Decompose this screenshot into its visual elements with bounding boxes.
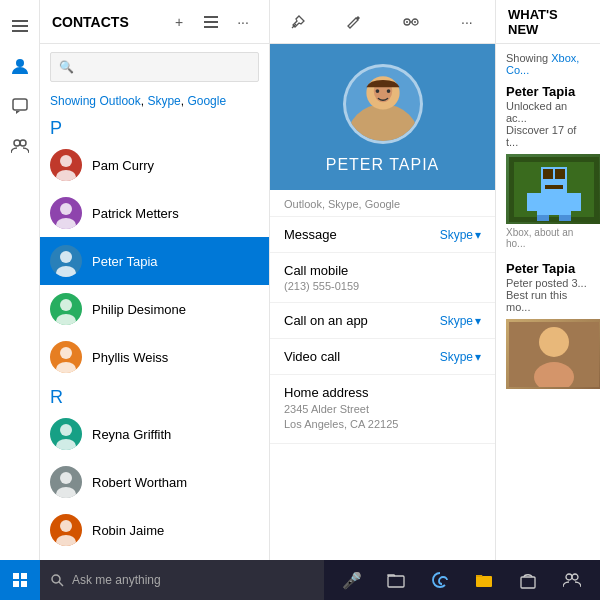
contact-name-pam: Pam Curry (92, 158, 154, 173)
mic-icon[interactable]: 🎤 (332, 560, 372, 600)
avatar-robert (50, 466, 82, 498)
svg-point-14 (56, 218, 76, 229)
header-icons: + ··· (165, 8, 257, 36)
action-message[interactable]: Message Skype ▾ (270, 217, 495, 253)
call-app-service: Skype ▾ (440, 314, 481, 328)
contact-robin[interactable]: Robin Jaime (40, 506, 269, 554)
svg-rect-44 (537, 193, 571, 215)
google-filter[interactable]: Google (187, 94, 226, 108)
detail-panel: ··· PETER TAPIA Outlook, Skype, Google (270, 0, 495, 600)
contact-phyllis[interactable]: Phyllis Weiss (40, 333, 269, 381)
avatar-peter (50, 245, 82, 277)
alpha-r: R (40, 381, 269, 410)
contact-name-peter: Peter Tapia (92, 254, 158, 269)
svg-rect-9 (204, 21, 218, 23)
add-contact-button[interactable]: + (165, 8, 193, 36)
chevron-down-icon-2: ▾ (475, 314, 481, 328)
svg-point-50 (539, 327, 569, 357)
store-icon[interactable] (508, 560, 548, 600)
svg-rect-0 (12, 20, 28, 22)
contact-pam[interactable]: Pam Curry (40, 141, 269, 189)
news-item-0-text: Unlocked an ac...Discover 17 of t... (506, 100, 590, 148)
contact-name-patrick: Patrick Metters (92, 206, 179, 221)
contact-reyna[interactable]: Reyna Griffith (40, 410, 269, 458)
svg-point-36 (375, 89, 379, 93)
taskbar-search[interactable]: Ask me anything (40, 560, 324, 600)
people-icon[interactable] (2, 48, 38, 84)
avatar-reyna (50, 418, 82, 450)
contact-peter[interactable]: Peter Tapia (40, 237, 269, 285)
news-thumb-1 (506, 319, 600, 389)
svg-rect-52 (13, 573, 19, 579)
search-icon: 🔍 (59, 60, 74, 74)
call-app-label: Call on an app (284, 313, 368, 328)
file-explorer-icon[interactable] (376, 560, 416, 600)
svg-point-18 (56, 314, 76, 325)
list-view-button[interactable] (197, 8, 225, 36)
svg-point-3 (16, 59, 24, 67)
contacts-panel: CONTACTS + ··· 🔍 Showing Outlook, Skype,… (40, 0, 270, 600)
contacts-list: P Pam Curry Patrick Metters Peter Tapia (40, 112, 269, 600)
contacts-header: CONTACTS + ··· (40, 0, 269, 44)
action-call-app[interactable]: Call on an app Skype ▾ (270, 303, 495, 339)
svg-rect-4 (13, 99, 27, 110)
outlook-filter[interactable]: Outlook (99, 94, 140, 108)
svg-rect-46 (571, 193, 581, 211)
group-icon[interactable] (2, 128, 38, 164)
news-filter-sources[interactable]: Xbox, Co... (506, 52, 579, 76)
start-button[interactable] (0, 560, 40, 600)
contact-patrick[interactable]: Patrick Metters (40, 189, 269, 237)
home-address-label: Home address (284, 385, 369, 400)
pin-icon[interactable] (282, 6, 314, 38)
svg-point-62 (572, 574, 578, 580)
skype-filter[interactable]: Skype (147, 94, 180, 108)
folder-icon[interactable] (464, 560, 504, 600)
svg-point-11 (60, 155, 72, 167)
hero-avatar (343, 64, 423, 144)
action-home-address[interactable]: Home address 2345 Alder StreetLos Angele… (270, 375, 495, 444)
message-service: Skype ▾ (440, 228, 481, 242)
more-options-button[interactable]: ··· (229, 8, 257, 36)
search-bar[interactable]: 🔍 (50, 52, 259, 82)
svg-rect-48 (559, 215, 571, 221)
svg-rect-42 (555, 169, 565, 179)
svg-rect-53 (21, 573, 27, 579)
svg-rect-43 (545, 185, 563, 189)
svg-point-24 (56, 487, 76, 498)
detail-hero: PETER TAPIA (270, 44, 495, 190)
svg-point-12 (56, 170, 76, 181)
contact-robert[interactable]: Robert Wortham (40, 458, 269, 506)
svg-point-56 (52, 575, 60, 583)
call-mobile-number: (213) 555-0159 (284, 280, 481, 292)
svg-rect-55 (21, 581, 27, 587)
svg-point-6 (20, 140, 26, 146)
svg-point-37 (386, 89, 390, 93)
edit-icon[interactable] (338, 6, 370, 38)
link-icon[interactable] (395, 6, 427, 38)
edge-icon[interactable] (420, 560, 460, 600)
contacts-title: CONTACTS (52, 14, 157, 30)
svg-point-17 (60, 299, 72, 311)
svg-point-33 (346, 104, 420, 144)
contact-philip[interactable]: Philip Desimone (40, 285, 269, 333)
chat-icon[interactable] (2, 88, 38, 124)
news-body: Showing Xbox, Co... Peter Tapia Unlocked… (496, 44, 600, 409)
contact-name-phyllis: Phyllis Weiss (92, 350, 168, 365)
svg-point-16 (56, 266, 76, 277)
svg-point-13 (60, 203, 72, 215)
taskbar: Ask me anything 🎤 (0, 560, 600, 600)
chevron-down-icon-3: ▾ (475, 350, 481, 364)
news-item-1: Peter Tapia Peter posted 3...Best run th… (506, 261, 590, 389)
action-call-mobile[interactable]: Call mobile (213) 555-0159 (270, 253, 495, 303)
contact-name-robert: Robert Wortham (92, 475, 187, 490)
alpha-p: P (40, 112, 269, 141)
hamburger-icon[interactable] (2, 8, 38, 44)
action-video-call[interactable]: Video call Skype ▾ (270, 339, 495, 375)
news-thumb-0 (506, 154, 600, 224)
avatar-phyllis (50, 341, 82, 373)
more-detail-icon[interactable]: ··· (451, 6, 483, 38)
people-taskbar-icon[interactable] (552, 560, 592, 600)
hero-name: PETER TAPIA (326, 156, 440, 174)
svg-point-26 (56, 535, 76, 546)
video-call-label: Video call (284, 349, 340, 364)
